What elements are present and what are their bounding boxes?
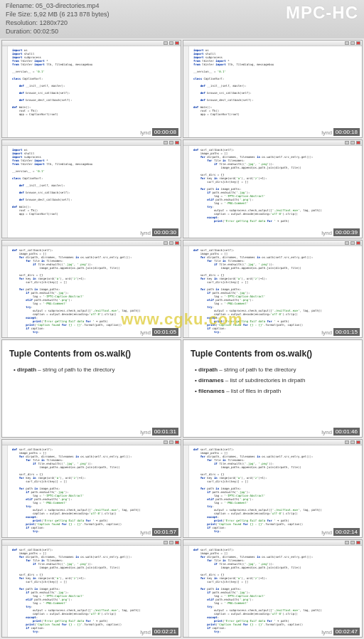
- timestamp-label: 00:00:30: [152, 228, 178, 236]
- minimize-icon: [164, 241, 168, 245]
- window-titlebar: [183, 140, 362, 146]
- maximize-icon: [169, 440, 173, 444]
- brand-label: lynd: [321, 329, 332, 336]
- line-numbers: [2, 46, 8, 137]
- slide-title: Tuple Contents from os.walk(): [9, 349, 173, 359]
- timestamp-label: 00:01:46: [333, 428, 360, 435]
- window-titlebar: [2, 41, 181, 46]
- code-content: def sort_callback(self): image_paths = […: [191, 546, 362, 635]
- brand-label: lynd: [140, 529, 151, 536]
- timestamp-label: 00:01:57: [152, 528, 178, 536]
- timestamp-label: 00:01:31: [152, 428, 178, 435]
- close-icon: [175, 440, 179, 444]
- line-numbers: [2, 146, 8, 237]
- code-content: def sort_callback(self): image_paths = […: [191, 246, 362, 336]
- timestamp-label: 00:02:14: [333, 528, 360, 536]
- code-content: def sort_callback(self): image_paths = […: [9, 445, 181, 535]
- minimize-icon: [345, 241, 349, 245]
- close-icon: [175, 41, 179, 45]
- timestamp-label: 00:02:47: [333, 628, 360, 635]
- app-header: Filename: 05_03-directories.mp4 File Siz…: [0, 0, 364, 38]
- line-numbers: [183, 146, 189, 237]
- thumbnail-tile[interactable]: def sort_callback(self): image_paths = […: [1, 240, 181, 338]
- minimize-icon: [164, 141, 168, 144]
- minimize-icon: [345, 141, 349, 144]
- slide-bullet: • filenames – list of files in dirpath: [195, 388, 355, 394]
- brand-label: lynd: [321, 429, 332, 435]
- line-numbers: [183, 246, 189, 337]
- code-content: import os import shutil import subproces…: [9, 46, 181, 118]
- timestamp-label: 00:01:15: [333, 328, 360, 336]
- code-content: def sort_callback(self): image_paths = […: [191, 445, 362, 535]
- window-titlebar: [183, 41, 362, 46]
- close-icon: [356, 241, 360, 245]
- thumbnail-tile[interactable]: def sort_callback(self): image_paths = […: [183, 539, 363, 638]
- close-icon: [356, 541, 360, 544]
- line-numbers: [183, 445, 189, 537]
- code-content: def sort_callback(self): image_paths = […: [9, 246, 181, 336]
- slide-title: Tuple Contents from os.walk(): [191, 349, 355, 359]
- brand-label: lynd: [321, 629, 332, 635]
- brand-label: lynd: [140, 429, 151, 435]
- maximize-icon: [350, 440, 355, 444]
- line-numbers: [2, 445, 8, 537]
- window-titlebar: [2, 540, 181, 546]
- line-numbers: [2, 546, 8, 637]
- close-icon: [175, 241, 179, 245]
- thumbnail-tile[interactable]: Tuple Contents from os.walk() • dirpath …: [183, 339, 363, 438]
- thumbnail-tile[interactable]: def sort_callback(self): image_paths = […: [183, 139, 363, 238]
- thumbnail-tile[interactable]: import os import shutil import subproces…: [1, 139, 181, 238]
- timestamp-label: 00:01:05: [152, 328, 178, 336]
- brand-label: lynd: [321, 230, 332, 236]
- line-numbers: [2, 246, 8, 337]
- close-icon: [175, 141, 179, 144]
- thumbnail-grid: import os import shutil import subproces…: [0, 38, 364, 639]
- thumbnail-tile[interactable]: import os import shutil import subproces…: [1, 40, 181, 138]
- timestamp-label: 00:00:18: [333, 128, 360, 136]
- maximize-icon: [169, 141, 173, 144]
- line-numbers: [183, 46, 189, 137]
- maximize-icon: [350, 241, 355, 245]
- minimize-icon: [345, 440, 349, 444]
- window-titlebar: [2, 140, 181, 146]
- app-title: MPC-HC: [286, 3, 358, 23]
- slide-bullet: • dirnames – list of subdirectories in d…: [195, 377, 355, 384]
- close-icon: [175, 541, 179, 544]
- window-titlebar: [2, 440, 181, 445]
- window-titlebar: [183, 440, 362, 445]
- timestamp-label: 00:02:21: [152, 628, 178, 635]
- thumbnail-tile[interactable]: Tuple Contents from os.walk() • dirpath …: [1, 339, 181, 438]
- window-titlebar: [183, 241, 362, 246]
- code-content: def sort_callback(self): image_paths = […: [9, 546, 181, 635]
- close-icon: [356, 440, 360, 444]
- minimize-icon: [345, 41, 349, 45]
- maximize-icon: [350, 41, 355, 45]
- window-titlebar: [2, 241, 181, 246]
- close-icon: [356, 141, 360, 144]
- minimize-icon: [164, 440, 168, 444]
- code-content: import os import shutil import subproces…: [191, 46, 362, 118]
- brand-label: lynd: [140, 230, 151, 236]
- thumbnail-tile[interactable]: def sort_callback(self): image_paths = […: [1, 539, 181, 638]
- brand-label: lynd: [321, 130, 332, 136]
- duration-label: Duration: 00:02:50: [6, 27, 358, 36]
- brand-label: lynd: [140, 130, 151, 136]
- timestamp-label: 00:00:39: [333, 228, 360, 236]
- maximize-icon: [169, 241, 173, 245]
- thumbnail-tile[interactable]: def sort_callback(self): image_paths = […: [1, 439, 181, 537]
- thumbnail-tile[interactable]: def sort_callback(self): image_paths = […: [183, 240, 363, 338]
- maximize-icon: [169, 541, 173, 544]
- brand-label: lynd: [140, 629, 151, 635]
- line-numbers: [183, 546, 189, 637]
- code-content: import os import shutil import subproces…: [9, 146, 181, 218]
- slide-bullet: • dirpath – string of path to the direct…: [195, 366, 355, 373]
- code-content: def sort_callback(self): image_paths = […: [191, 146, 362, 225]
- brand-label: lynd: [140, 329, 151, 336]
- maximize-icon: [350, 141, 355, 144]
- timestamp-label: 00:00:08: [152, 128, 178, 136]
- slide-bullet: • dirpath – string of path to the direct…: [14, 366, 173, 373]
- thumbnail-tile[interactable]: import os import shutil import subproces…: [183, 40, 363, 138]
- close-icon: [356, 41, 360, 45]
- thumbnail-tile[interactable]: def sort_callback(self): image_paths = […: [183, 439, 363, 537]
- maximize-icon: [169, 41, 173, 45]
